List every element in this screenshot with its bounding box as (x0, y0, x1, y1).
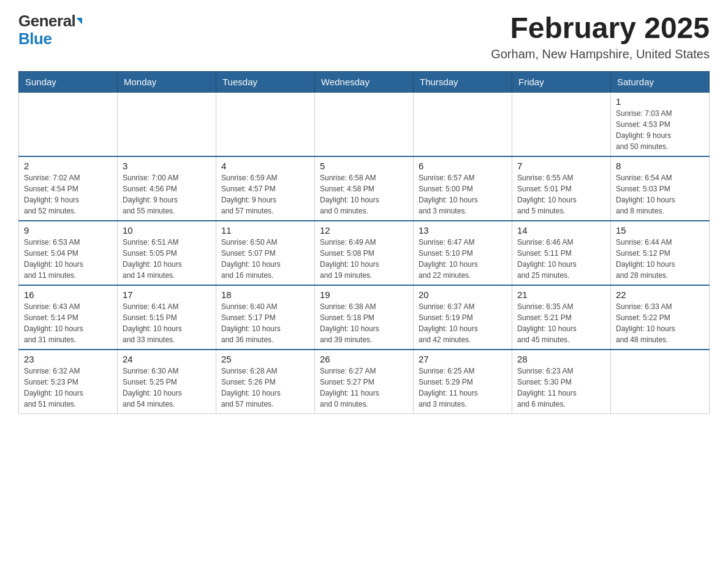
day-number: 21 (517, 289, 605, 300)
calendar-day-cell: 27Sunrise: 6:25 AMSunset: 5:29 PMDayligh… (414, 350, 512, 414)
calendar-day-cell: 19Sunrise: 6:38 AMSunset: 5:18 PMDayligh… (315, 285, 414, 350)
day-number: 18 (221, 289, 309, 300)
calendar-day-cell: 11Sunrise: 6:50 AMSunset: 5:07 PMDayligh… (216, 221, 315, 285)
day-number: 9 (24, 225, 112, 236)
calendar-day-cell: 13Sunrise: 6:47 AMSunset: 5:10 PMDayligh… (414, 221, 512, 285)
calendar-day-cell: 7Sunrise: 6:55 AMSunset: 5:01 PMDaylight… (512, 156, 611, 221)
calendar-day-cell: 17Sunrise: 6:41 AMSunset: 5:15 PMDayligh… (118, 285, 216, 350)
calendar-day-cell: 10Sunrise: 6:51 AMSunset: 5:05 PMDayligh… (118, 221, 216, 285)
calendar-week-row: 23Sunrise: 6:32 AMSunset: 5:23 PMDayligh… (19, 350, 710, 414)
day-info: Sunrise: 6:40 AMSunset: 5:17 PMDaylight:… (221, 301, 309, 345)
day-number: 1 (616, 96, 704, 107)
day-info: Sunrise: 6:27 AMSunset: 5:27 PMDaylight:… (320, 366, 408, 410)
day-number: 10 (123, 225, 211, 236)
calendar-day-cell: 4Sunrise: 6:59 AMSunset: 4:57 PMDaylight… (216, 156, 315, 221)
calendar-day-cell: 20Sunrise: 6:37 AMSunset: 5:19 PMDayligh… (414, 285, 512, 350)
calendar-day-cell (118, 92, 216, 156)
day-info: Sunrise: 6:58 AMSunset: 4:58 PMDaylight:… (320, 172, 408, 216)
day-info: Sunrise: 6:44 AMSunset: 5:12 PMDaylight:… (616, 237, 704, 281)
day-info: Sunrise: 6:46 AMSunset: 5:11 PMDaylight:… (517, 237, 605, 281)
day-number: 23 (24, 354, 112, 364)
calendar-day-cell: 23Sunrise: 6:32 AMSunset: 5:23 PMDayligh… (19, 350, 118, 414)
day-number: 26 (320, 354, 408, 364)
day-info: Sunrise: 6:38 AMSunset: 5:18 PMDaylight:… (320, 301, 408, 345)
logo-text: General Blue (18, 12, 82, 47)
day-number: 15 (616, 225, 704, 236)
calendar-day-cell: 25Sunrise: 6:28 AMSunset: 5:26 PMDayligh… (216, 350, 315, 414)
day-info: Sunrise: 6:32 AMSunset: 5:23 PMDaylight:… (24, 366, 112, 410)
day-info: Sunrise: 6:35 AMSunset: 5:21 PMDaylight:… (517, 301, 605, 345)
day-info: Sunrise: 6:53 AMSunset: 5:04 PMDaylight:… (24, 237, 112, 281)
day-number: 2 (24, 161, 112, 171)
day-number: 25 (221, 354, 309, 364)
month-title: February 2025 (491, 12, 710, 45)
day-info: Sunrise: 6:41 AMSunset: 5:15 PMDaylight:… (123, 301, 211, 345)
logo: General Blue (18, 12, 82, 47)
day-info: Sunrise: 6:25 AMSunset: 5:29 PMDaylight:… (419, 366, 507, 410)
logo-arrow-icon (77, 18, 82, 25)
calendar-day-cell (216, 92, 315, 156)
col-saturday: Saturday (611, 71, 710, 92)
calendar-day-cell (315, 92, 414, 156)
day-number: 27 (419, 354, 507, 364)
calendar-day-cell: 15Sunrise: 6:44 AMSunset: 5:12 PMDayligh… (611, 221, 710, 285)
calendar-day-cell: 8Sunrise: 6:54 AMSunset: 5:03 PMDaylight… (611, 156, 710, 221)
col-tuesday: Tuesday (216, 71, 315, 92)
day-info: Sunrise: 6:47 AMSunset: 5:10 PMDaylight:… (419, 237, 507, 281)
calendar-day-cell (512, 92, 611, 156)
day-number: 6 (419, 161, 507, 171)
day-info: Sunrise: 6:28 AMSunset: 5:26 PMDaylight:… (221, 366, 309, 410)
day-info: Sunrise: 6:30 AMSunset: 5:25 PMDaylight:… (123, 366, 211, 410)
day-number: 8 (616, 161, 704, 171)
calendar-week-row: 2Sunrise: 7:02 AMSunset: 4:54 PMDaylight… (19, 156, 710, 221)
day-info: Sunrise: 6:57 AMSunset: 5:00 PMDaylight:… (419, 172, 507, 216)
calendar-day-cell: 21Sunrise: 6:35 AMSunset: 5:21 PMDayligh… (512, 285, 611, 350)
calendar-week-row: 9Sunrise: 6:53 AMSunset: 5:04 PMDaylight… (19, 221, 710, 285)
day-info: Sunrise: 6:50 AMSunset: 5:07 PMDaylight:… (221, 237, 309, 281)
day-number: 19 (320, 289, 408, 300)
calendar-week-row: 1Sunrise: 7:03 AMSunset: 4:53 PMDaylight… (19, 92, 710, 156)
calendar-day-cell: 22Sunrise: 6:33 AMSunset: 5:22 PMDayligh… (611, 285, 710, 350)
title-section: February 2025 Gorham, New Hampshire, Uni… (491, 12, 710, 61)
day-info: Sunrise: 6:51 AMSunset: 5:05 PMDaylight:… (123, 237, 211, 281)
day-info: Sunrise: 6:43 AMSunset: 5:14 PMDaylight:… (24, 301, 112, 345)
day-number: 17 (123, 289, 211, 300)
day-number: 12 (320, 225, 408, 236)
day-info: Sunrise: 6:23 AMSunset: 5:30 PMDaylight:… (517, 366, 605, 410)
calendar-week-row: 16Sunrise: 6:43 AMSunset: 5:14 PMDayligh… (19, 285, 710, 350)
day-number: 4 (221, 161, 309, 171)
day-info: Sunrise: 6:59 AMSunset: 4:57 PMDaylight:… (221, 172, 309, 216)
day-number: 5 (320, 161, 408, 171)
calendar-day-cell: 9Sunrise: 6:53 AMSunset: 5:04 PMDaylight… (19, 221, 118, 285)
calendar-day-cell (611, 350, 710, 414)
calendar-day-cell: 3Sunrise: 7:00 AMSunset: 4:56 PMDaylight… (118, 156, 216, 221)
day-number: 14 (517, 225, 605, 236)
day-number: 22 (616, 289, 704, 300)
day-info: Sunrise: 6:54 AMSunset: 5:03 PMDaylight:… (616, 172, 704, 216)
calendar-day-cell: 26Sunrise: 6:27 AMSunset: 5:27 PMDayligh… (315, 350, 414, 414)
day-info: Sunrise: 7:02 AMSunset: 4:54 PMDaylight:… (24, 172, 112, 216)
logo-blue: Blue (18, 30, 82, 48)
calendar-day-cell: 1Sunrise: 7:03 AMSunset: 4:53 PMDaylight… (611, 92, 710, 156)
col-monday: Monday (118, 71, 216, 92)
day-number: 3 (123, 161, 211, 171)
logo-general: General (18, 12, 82, 30)
day-info: Sunrise: 6:55 AMSunset: 5:01 PMDaylight:… (517, 172, 605, 216)
col-friday: Friday (512, 71, 611, 92)
day-info: Sunrise: 7:00 AMSunset: 4:56 PMDaylight:… (123, 172, 211, 216)
calendar-day-cell: 24Sunrise: 6:30 AMSunset: 5:25 PMDayligh… (118, 350, 216, 414)
calendar-table: Sunday Monday Tuesday Wednesday Thursday… (18, 71, 710, 414)
col-thursday: Thursday (414, 71, 512, 92)
calendar-day-cell: 18Sunrise: 6:40 AMSunset: 5:17 PMDayligh… (216, 285, 315, 350)
day-number: 28 (517, 354, 605, 364)
day-number: 20 (419, 289, 507, 300)
day-number: 7 (517, 161, 605, 171)
calendar-day-cell: 2Sunrise: 7:02 AMSunset: 4:54 PMDaylight… (19, 156, 118, 221)
page-header: General Blue February 2025 Gorham, New H… (18, 12, 710, 61)
calendar-day-cell (414, 92, 512, 156)
calendar-day-cell: 14Sunrise: 6:46 AMSunset: 5:11 PMDayligh… (512, 221, 611, 285)
location: Gorham, New Hampshire, United States (491, 47, 710, 61)
day-info: Sunrise: 6:37 AMSunset: 5:19 PMDaylight:… (419, 301, 507, 345)
day-info: Sunrise: 6:33 AMSunset: 5:22 PMDaylight:… (616, 301, 704, 345)
calendar-day-cell: 28Sunrise: 6:23 AMSunset: 5:30 PMDayligh… (512, 350, 611, 414)
